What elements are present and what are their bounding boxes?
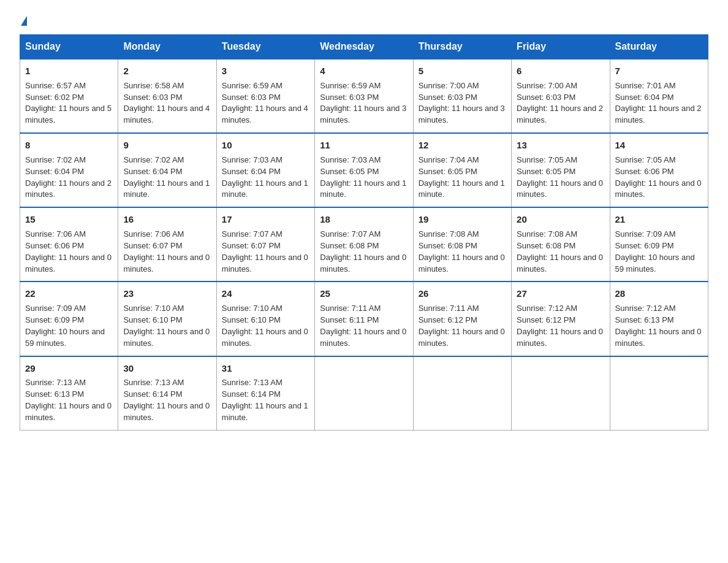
calendar-cell: 30Sunrise: 7:13 AMSunset: 6:14 PMDayligh… (118, 356, 216, 431)
calendar-cell: 27Sunrise: 7:12 AMSunset: 6:12 PMDayligh… (512, 282, 610, 356)
calendar-cell: 22Sunrise: 7:09 AMSunset: 6:09 PMDayligh… (20, 282, 118, 356)
day-info: Sunrise: 7:12 AMSunset: 6:12 PMDaylight:… (517, 303, 604, 349)
week-row-3: 15Sunrise: 7:06 AMSunset: 6:06 PMDayligh… (20, 207, 708, 282)
day-number: 1 (25, 64, 113, 78)
day-info: Sunrise: 7:00 AMSunset: 6:03 PMDaylight:… (419, 80, 506, 126)
calendar-cell: 9Sunrise: 7:02 AMSunset: 6:04 PMDaylight… (118, 133, 216, 207)
calendar-cell: 8Sunrise: 7:02 AMSunset: 6:04 PMDaylight… (20, 133, 118, 207)
day-number: 22 (25, 287, 113, 301)
day-info: Sunrise: 7:02 AMSunset: 6:04 PMDaylight:… (25, 155, 113, 201)
day-info: Sunrise: 7:10 AMSunset: 6:10 PMDaylight:… (222, 303, 309, 349)
day-info: Sunrise: 7:13 AMSunset: 6:14 PMDaylight:… (123, 377, 211, 423)
calendar-cell: 10Sunrise: 7:03 AMSunset: 6:04 PMDayligh… (216, 133, 314, 207)
day-number: 20 (517, 213, 604, 226)
calendar-cell: 25Sunrise: 7:11 AMSunset: 6:11 PMDayligh… (315, 282, 413, 356)
page-header (20, 15, 708, 27)
day-number: 16 (123, 213, 211, 226)
day-number: 19 (419, 213, 506, 226)
day-number: 30 (123, 362, 211, 375)
calendar-cell: 16Sunrise: 7:06 AMSunset: 6:07 PMDayligh… (118, 207, 216, 282)
day-number: 12 (419, 139, 506, 152)
weekday-header-monday: Monday (118, 35, 216, 59)
day-number: 28 (615, 287, 703, 301)
day-info: Sunrise: 7:11 AMSunset: 6:12 PMDaylight:… (419, 303, 506, 349)
day-info: Sunrise: 6:59 AMSunset: 6:03 PMDaylight:… (222, 80, 309, 126)
calendar-cell: 15Sunrise: 7:06 AMSunset: 6:06 PMDayligh… (20, 207, 118, 282)
calendar-cell (315, 356, 413, 431)
calendar-cell: 14Sunrise: 7:05 AMSunset: 6:06 PMDayligh… (610, 133, 708, 207)
calendar-cell: 7Sunrise: 7:01 AMSunset: 6:04 PMDaylight… (610, 59, 708, 133)
day-info: Sunrise: 7:07 AMSunset: 6:07 PMDaylight:… (222, 229, 309, 275)
day-info: Sunrise: 7:02 AMSunset: 6:04 PMDaylight:… (123, 155, 211, 201)
weekday-header-wednesday: Wednesday (315, 35, 413, 59)
calendar-cell: 5Sunrise: 7:00 AMSunset: 6:03 PMDaylight… (413, 59, 511, 133)
calendar-cell: 21Sunrise: 7:09 AMSunset: 6:09 PMDayligh… (610, 207, 708, 282)
day-info: Sunrise: 6:57 AMSunset: 6:02 PMDaylight:… (25, 80, 113, 126)
day-info: Sunrise: 7:05 AMSunset: 6:06 PMDaylight:… (615, 155, 703, 201)
week-row-2: 8Sunrise: 7:02 AMSunset: 6:04 PMDaylight… (20, 133, 708, 207)
day-info: Sunrise: 7:04 AMSunset: 6:05 PMDaylight:… (419, 155, 506, 201)
weekday-header-friday: Friday (512, 35, 610, 59)
day-number: 17 (222, 213, 309, 226)
calendar-cell (512, 356, 610, 431)
day-number: 18 (320, 213, 408, 226)
day-info: Sunrise: 7:13 AMSunset: 6:14 PMDaylight:… (222, 377, 309, 423)
day-info: Sunrise: 6:59 AMSunset: 6:03 PMDaylight:… (320, 80, 408, 126)
day-info: Sunrise: 7:13 AMSunset: 6:13 PMDaylight:… (25, 377, 113, 423)
calendar-cell: 13Sunrise: 7:05 AMSunset: 6:05 PMDayligh… (512, 133, 610, 207)
day-number: 7 (615, 64, 703, 78)
day-info: Sunrise: 7:03 AMSunset: 6:05 PMDaylight:… (320, 155, 408, 201)
calendar-cell: 23Sunrise: 7:10 AMSunset: 6:10 PMDayligh… (118, 282, 216, 356)
calendar-cell (413, 356, 511, 431)
day-info: Sunrise: 7:01 AMSunset: 6:04 PMDaylight:… (615, 80, 703, 126)
day-number: 4 (320, 64, 408, 78)
day-number: 5 (419, 64, 506, 78)
day-number: 3 (222, 64, 309, 78)
calendar-cell: 3Sunrise: 6:59 AMSunset: 6:03 PMDaylight… (216, 59, 314, 133)
calendar-cell (610, 356, 708, 431)
week-row-1: 1Sunrise: 6:57 AMSunset: 6:02 PMDaylight… (20, 59, 708, 133)
weekday-header-thursday: Thursday (413, 35, 511, 59)
day-info: Sunrise: 7:11 AMSunset: 6:11 PMDaylight:… (320, 303, 408, 349)
week-row-4: 22Sunrise: 7:09 AMSunset: 6:09 PMDayligh… (20, 282, 708, 356)
day-info: Sunrise: 7:06 AMSunset: 6:07 PMDaylight:… (123, 229, 211, 275)
calendar-cell: 28Sunrise: 7:12 AMSunset: 6:13 PMDayligh… (610, 282, 708, 356)
day-number: 15 (25, 213, 113, 226)
calendar-cell: 11Sunrise: 7:03 AMSunset: 6:05 PMDayligh… (315, 133, 413, 207)
day-number: 24 (222, 287, 309, 301)
day-info: Sunrise: 7:06 AMSunset: 6:06 PMDaylight:… (25, 229, 113, 275)
calendar-cell: 17Sunrise: 7:07 AMSunset: 6:07 PMDayligh… (216, 207, 314, 282)
day-number: 13 (517, 139, 604, 152)
day-info: Sunrise: 7:08 AMSunset: 6:08 PMDaylight:… (419, 229, 506, 275)
calendar-cell: 12Sunrise: 7:04 AMSunset: 6:05 PMDayligh… (413, 133, 511, 207)
calendar-cell: 6Sunrise: 7:00 AMSunset: 6:03 PMDaylight… (512, 59, 610, 133)
day-info: Sunrise: 7:07 AMSunset: 6:08 PMDaylight:… (320, 229, 408, 275)
day-number: 2 (123, 64, 211, 78)
day-number: 25 (320, 287, 408, 301)
day-number: 8 (25, 139, 113, 152)
day-number: 23 (123, 287, 211, 301)
day-number: 10 (222, 139, 309, 152)
day-number: 11 (320, 139, 408, 152)
calendar-table: SundayMondayTuesdayWednesdayThursdayFrid… (20, 34, 708, 431)
weekday-header-saturday: Saturday (610, 35, 708, 59)
weekday-header-sunday: Sunday (20, 35, 118, 59)
day-number: 26 (419, 287, 506, 301)
day-info: Sunrise: 7:10 AMSunset: 6:10 PMDaylight:… (123, 303, 211, 349)
calendar-cell: 29Sunrise: 7:13 AMSunset: 6:13 PMDayligh… (20, 356, 118, 431)
day-info: Sunrise: 7:08 AMSunset: 6:08 PMDaylight:… (517, 229, 604, 275)
day-info: Sunrise: 7:00 AMSunset: 6:03 PMDaylight:… (517, 80, 604, 126)
day-number: 27 (517, 287, 604, 301)
calendar-cell: 1Sunrise: 6:57 AMSunset: 6:02 PMDaylight… (20, 59, 118, 133)
calendar-cell: 26Sunrise: 7:11 AMSunset: 6:12 PMDayligh… (413, 282, 511, 356)
calendar-cell: 31Sunrise: 7:13 AMSunset: 6:14 PMDayligh… (216, 356, 314, 431)
calendar-cell: 24Sunrise: 7:10 AMSunset: 6:10 PMDayligh… (216, 282, 314, 356)
week-row-5: 29Sunrise: 7:13 AMSunset: 6:13 PMDayligh… (20, 356, 708, 431)
calendar-cell: 2Sunrise: 6:58 AMSunset: 6:03 PMDaylight… (118, 59, 216, 133)
day-number: 31 (222, 362, 309, 375)
day-number: 6 (517, 64, 604, 78)
day-info: Sunrise: 6:58 AMSunset: 6:03 PMDaylight:… (123, 80, 211, 126)
weekday-header-row: SundayMondayTuesdayWednesdayThursdayFrid… (20, 35, 708, 59)
day-info: Sunrise: 7:12 AMSunset: 6:13 PMDaylight:… (615, 303, 703, 349)
day-info: Sunrise: 7:05 AMSunset: 6:05 PMDaylight:… (517, 155, 604, 201)
